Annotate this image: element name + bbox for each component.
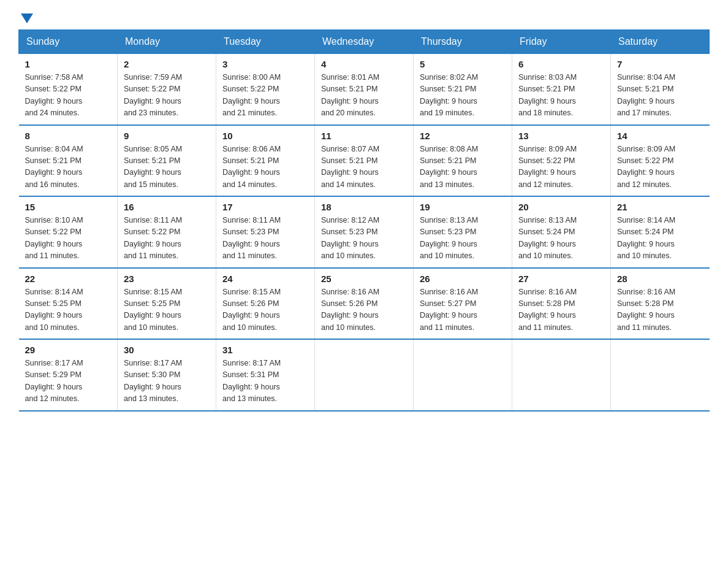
day-info: Sunrise: 8:08 AMSunset: 5:21 PMDaylight:… [420, 144, 506, 191]
calendar-week-row: 29Sunrise: 8:17 AMSunset: 5:29 PMDayligh… [19, 339, 710, 411]
calendar-day-cell: 1Sunrise: 7:58 AMSunset: 5:22 PMDaylight… [19, 54, 118, 125]
day-number: 29 [25, 345, 112, 355]
day-number: 10 [222, 131, 308, 141]
day-info: Sunrise: 8:17 AMSunset: 5:29 PMDaylight:… [25, 358, 112, 405]
calendar-day-cell: 3Sunrise: 8:00 AMSunset: 5:22 PMDaylight… [216, 54, 315, 125]
calendar-header: SundayMondayTuesdayWednesdayThursdayFrid… [19, 30, 710, 54]
calendar-table: SundayMondayTuesdayWednesdayThursdayFrid… [18, 29, 710, 412]
day-info: Sunrise: 8:16 AMSunset: 5:28 PMDaylight:… [518, 286, 604, 334]
day-number: 6 [518, 59, 604, 69]
calendar-day-cell: 7Sunrise: 8:04 AMSunset: 5:21 PMDaylight… [611, 54, 710, 125]
calendar-day-cell: 20Sunrise: 8:13 AMSunset: 5:24 PMDayligh… [512, 196, 611, 268]
day-number: 20 [518, 202, 604, 212]
day-number: 8 [25, 131, 112, 141]
day-number: 22 [25, 274, 112, 284]
calendar-day-cell [611, 339, 710, 411]
calendar-week-row: 22Sunrise: 8:14 AMSunset: 5:25 PMDayligh… [19, 268, 710, 340]
day-number: 25 [321, 274, 407, 284]
logo-blue-text [18, 12, 33, 23]
calendar-day-cell: 25Sunrise: 8:16 AMSunset: 5:26 PMDayligh… [315, 268, 414, 340]
calendar-day-cell: 28Sunrise: 8:16 AMSunset: 5:28 PMDayligh… [611, 268, 710, 340]
day-info: Sunrise: 8:12 AMSunset: 5:23 PMDaylight:… [321, 215, 407, 262]
calendar-day-cell: 5Sunrise: 8:02 AMSunset: 5:21 PMDaylight… [414, 54, 512, 125]
weekday-header-sunday: Sunday [19, 30, 118, 54]
day-info: Sunrise: 8:00 AMSunset: 5:22 PMDaylight:… [222, 72, 308, 120]
calendar-body: 1Sunrise: 7:58 AMSunset: 5:22 PMDaylight… [19, 54, 710, 411]
weekday-header-saturday: Saturday [611, 30, 710, 54]
day-number: 2 [124, 59, 210, 69]
calendar-day-cell: 22Sunrise: 8:14 AMSunset: 5:25 PMDayligh… [19, 268, 118, 340]
day-number: 18 [321, 202, 407, 212]
calendar-day-cell: 2Sunrise: 7:59 AMSunset: 5:22 PMDaylight… [118, 54, 216, 125]
day-number: 12 [420, 131, 506, 141]
calendar-day-cell: 13Sunrise: 8:09 AMSunset: 5:22 PMDayligh… [512, 125, 611, 197]
calendar-day-cell: 16Sunrise: 8:11 AMSunset: 5:22 PMDayligh… [118, 196, 216, 268]
weekday-header-monday: Monday [118, 30, 216, 54]
day-info: Sunrise: 8:15 AMSunset: 5:25 PMDaylight:… [124, 286, 210, 334]
weekday-header-wednesday: Wednesday [315, 30, 414, 54]
day-info: Sunrise: 8:15 AMSunset: 5:26 PMDaylight:… [222, 286, 308, 334]
calendar-day-cell: 23Sunrise: 8:15 AMSunset: 5:25 PMDayligh… [118, 268, 216, 340]
day-number: 24 [222, 274, 308, 284]
calendar-day-cell [315, 339, 414, 411]
day-info: Sunrise: 8:16 AMSunset: 5:28 PMDaylight:… [617, 286, 703, 334]
weekday-header-tuesday: Tuesday [216, 30, 315, 54]
calendar-week-row: 15Sunrise: 8:10 AMSunset: 5:22 PMDayligh… [19, 196, 710, 268]
day-info: Sunrise: 8:02 AMSunset: 5:21 PMDaylight:… [420, 72, 506, 120]
day-info: Sunrise: 7:59 AMSunset: 5:22 PMDaylight:… [124, 72, 210, 120]
calendar-day-cell: 18Sunrise: 8:12 AMSunset: 5:23 PMDayligh… [315, 196, 414, 268]
weekday-header-row: SundayMondayTuesdayWednesdayThursdayFrid… [19, 30, 710, 54]
day-number: 13 [518, 131, 604, 141]
logo [18, 12, 33, 23]
page-header [18, 12, 710, 23]
day-info: Sunrise: 8:07 AMSunset: 5:21 PMDaylight:… [321, 144, 407, 191]
day-info: Sunrise: 8:06 AMSunset: 5:21 PMDaylight:… [222, 144, 308, 191]
calendar-day-cell: 6Sunrise: 8:03 AMSunset: 5:21 PMDaylight… [512, 54, 611, 125]
weekday-header-thursday: Thursday [414, 30, 512, 54]
calendar-day-cell: 8Sunrise: 8:04 AMSunset: 5:21 PMDaylight… [19, 125, 118, 197]
calendar-day-cell: 19Sunrise: 8:13 AMSunset: 5:23 PMDayligh… [414, 196, 512, 268]
day-info: Sunrise: 8:01 AMSunset: 5:21 PMDaylight:… [321, 72, 407, 120]
calendar-week-row: 1Sunrise: 7:58 AMSunset: 5:22 PMDaylight… [19, 54, 710, 125]
day-number: 19 [420, 202, 506, 212]
day-number: 23 [124, 274, 210, 284]
day-info: Sunrise: 8:17 AMSunset: 5:31 PMDaylight:… [222, 358, 308, 405]
calendar-day-cell: 11Sunrise: 8:07 AMSunset: 5:21 PMDayligh… [315, 125, 414, 197]
calendar-week-row: 8Sunrise: 8:04 AMSunset: 5:21 PMDaylight… [19, 125, 710, 197]
day-info: Sunrise: 8:09 AMSunset: 5:22 PMDaylight:… [617, 144, 703, 191]
day-info: Sunrise: 8:05 AMSunset: 5:21 PMDaylight:… [124, 144, 210, 191]
day-number: 31 [222, 345, 308, 355]
day-info: Sunrise: 8:17 AMSunset: 5:30 PMDaylight:… [124, 358, 210, 405]
day-info: Sunrise: 8:13 AMSunset: 5:23 PMDaylight:… [420, 215, 506, 262]
day-info: Sunrise: 8:04 AMSunset: 5:21 PMDaylight:… [25, 144, 112, 191]
calendar-day-cell: 4Sunrise: 8:01 AMSunset: 5:21 PMDaylight… [315, 54, 414, 125]
day-info: Sunrise: 8:09 AMSunset: 5:22 PMDaylight:… [518, 144, 604, 191]
day-info: Sunrise: 8:13 AMSunset: 5:24 PMDaylight:… [518, 215, 604, 262]
weekday-header-friday: Friday [512, 30, 611, 54]
day-number: 3 [222, 59, 308, 69]
day-number: 7 [617, 59, 703, 69]
day-info: Sunrise: 8:16 AMSunset: 5:27 PMDaylight:… [420, 286, 506, 334]
calendar-day-cell: 27Sunrise: 8:16 AMSunset: 5:28 PMDayligh… [512, 268, 611, 340]
calendar-day-cell: 12Sunrise: 8:08 AMSunset: 5:21 PMDayligh… [414, 125, 512, 197]
calendar-day-cell: 31Sunrise: 8:17 AMSunset: 5:31 PMDayligh… [216, 339, 315, 411]
day-number: 9 [124, 131, 210, 141]
day-number: 28 [617, 274, 703, 284]
calendar-day-cell: 29Sunrise: 8:17 AMSunset: 5:29 PMDayligh… [19, 339, 118, 411]
day-number: 30 [124, 345, 210, 355]
day-number: 17 [222, 202, 308, 212]
calendar-day-cell: 10Sunrise: 8:06 AMSunset: 5:21 PMDayligh… [216, 125, 315, 197]
day-number: 26 [420, 274, 506, 284]
calendar-day-cell: 17Sunrise: 8:11 AMSunset: 5:23 PMDayligh… [216, 196, 315, 268]
day-info: Sunrise: 8:14 AMSunset: 5:25 PMDaylight:… [25, 286, 112, 334]
day-number: 21 [617, 202, 703, 212]
day-number: 4 [321, 59, 407, 69]
calendar-day-cell: 14Sunrise: 8:09 AMSunset: 5:22 PMDayligh… [611, 125, 710, 197]
calendar-day-cell: 21Sunrise: 8:14 AMSunset: 5:24 PMDayligh… [611, 196, 710, 268]
day-info: Sunrise: 8:11 AMSunset: 5:23 PMDaylight:… [222, 215, 308, 262]
calendar-day-cell [414, 339, 512, 411]
calendar-day-cell: 15Sunrise: 8:10 AMSunset: 5:22 PMDayligh… [19, 196, 118, 268]
day-info: Sunrise: 7:58 AMSunset: 5:22 PMDaylight:… [25, 72, 112, 120]
day-number: 11 [321, 131, 407, 141]
calendar-day-cell [512, 339, 611, 411]
